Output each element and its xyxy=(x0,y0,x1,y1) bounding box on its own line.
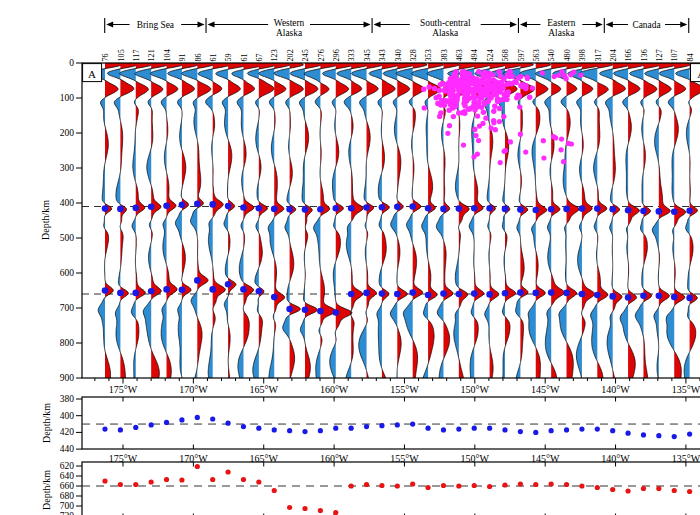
pick-dot xyxy=(610,428,615,433)
earthquake-dot xyxy=(527,95,532,100)
rf-trace-negative-fill xyxy=(383,63,397,378)
pick-dot xyxy=(672,488,677,493)
pick-dot xyxy=(687,489,692,494)
rf-trace-negative-fill xyxy=(553,63,567,378)
arrow-left-icon xyxy=(374,22,381,28)
lon-tick-label: 160°W xyxy=(320,384,349,395)
station-number: 345 xyxy=(363,49,372,61)
pick-dot xyxy=(625,488,630,493)
station-number: 296 xyxy=(332,49,341,61)
arrow-left-icon xyxy=(208,22,215,28)
pick-dot xyxy=(318,428,323,433)
arrow-right-icon xyxy=(364,22,371,28)
depth-tick-label: 0 xyxy=(69,58,74,68)
d410-pick-dot xyxy=(625,207,632,214)
arrow-left-icon xyxy=(106,22,113,28)
pick-dot xyxy=(118,482,123,487)
region-label: South-central xyxy=(420,18,471,28)
main-panel xyxy=(82,63,700,378)
pick-dot xyxy=(225,469,230,474)
pick-dot xyxy=(349,426,354,431)
depth-tick-label: 700 xyxy=(60,303,75,313)
pick-dot xyxy=(518,429,523,434)
d660-pick-dot xyxy=(348,291,355,298)
d410-pick-dot xyxy=(209,201,216,208)
earthquake-dot xyxy=(476,138,481,143)
station-number: 104 xyxy=(163,49,172,61)
pick-dot xyxy=(456,427,461,432)
pick-dot xyxy=(210,477,215,482)
pick-dot xyxy=(672,434,677,439)
region-label: Alaska xyxy=(432,28,459,38)
d660-pick-dot xyxy=(163,286,170,293)
depth-tick-label: 200 xyxy=(60,128,75,138)
station-number: 524 xyxy=(486,49,495,61)
d660-pick-dot xyxy=(271,294,278,301)
d660-pick-dot xyxy=(456,291,463,298)
pick-dot xyxy=(502,482,507,487)
y-axis-title: Depth/km xyxy=(41,470,52,510)
arrow-right-icon xyxy=(680,22,687,28)
rf-trace-curve xyxy=(322,63,354,378)
earthquake-dot xyxy=(476,88,481,93)
station-number: 328 xyxy=(409,49,418,61)
depth-tick-label: 720 xyxy=(60,511,75,515)
pick-dot xyxy=(133,482,138,487)
rf-trace-negative-fill xyxy=(613,63,628,378)
d660-pick-dot xyxy=(471,290,478,297)
pick-dot xyxy=(549,428,554,433)
station-number: 86 xyxy=(194,53,203,61)
d410-pick-dot xyxy=(671,209,678,216)
pick-dot xyxy=(472,426,477,431)
earthquake-dot xyxy=(502,149,507,154)
d410-pick-dot xyxy=(594,205,601,212)
panel-border xyxy=(82,397,700,449)
d410-pick-dot xyxy=(163,203,170,210)
region-header: Bring SeaWesternAlaskaSouth-centralAlask… xyxy=(105,18,689,38)
earthquake-dot xyxy=(487,84,492,89)
pick-dot xyxy=(164,420,169,425)
d660-pick-dot xyxy=(440,290,447,297)
d660-pick-dot xyxy=(102,287,109,294)
d660-pick-dot xyxy=(179,287,186,294)
earthquake-dot xyxy=(454,93,459,98)
earthquake-dot xyxy=(453,69,458,74)
earthquake-dot xyxy=(421,87,426,92)
station-number: 340 xyxy=(394,49,403,61)
depth-tick-label: 660 xyxy=(60,481,75,491)
earthquake-dot xyxy=(497,106,502,111)
pick-dot xyxy=(625,431,630,436)
pick-dot xyxy=(256,426,261,431)
d410-pick-dot xyxy=(579,205,586,212)
station-number: 494 xyxy=(470,49,479,61)
station-number: 121 xyxy=(147,49,156,61)
earthquake-dot xyxy=(498,80,503,85)
pick-dot xyxy=(425,485,430,490)
earthquake-dot xyxy=(493,87,498,92)
pick-dot xyxy=(333,510,338,515)
pick-dot xyxy=(164,477,169,482)
d410-pick-dot xyxy=(517,206,524,213)
lon-tick-label: 150°W xyxy=(461,384,490,395)
earthquake-dot xyxy=(462,98,467,103)
d660-pick-dot xyxy=(256,288,263,295)
pick-dot xyxy=(518,481,523,486)
earthquake-dot xyxy=(475,152,480,157)
pick-dot xyxy=(410,481,415,486)
d660-pick-dot xyxy=(486,291,493,298)
pick-dot xyxy=(395,422,400,427)
d410-pick-dot xyxy=(302,206,309,213)
d660-pick-dot xyxy=(656,293,663,300)
earthquake-dot xyxy=(472,107,477,112)
pick-dot xyxy=(441,427,446,432)
depth-tick-label: 600 xyxy=(60,268,75,278)
pick-dot xyxy=(102,427,107,432)
pick-dot xyxy=(533,482,538,487)
earthquake-dot xyxy=(559,137,564,142)
earthquake-dot xyxy=(456,88,461,93)
y-axis-title: Depth/km xyxy=(40,200,51,240)
d660-pick-dot xyxy=(579,291,586,298)
d660-pick-dot xyxy=(517,289,524,296)
depth-tick-label: 900 xyxy=(60,373,75,383)
d410-pick-dot xyxy=(656,208,663,215)
